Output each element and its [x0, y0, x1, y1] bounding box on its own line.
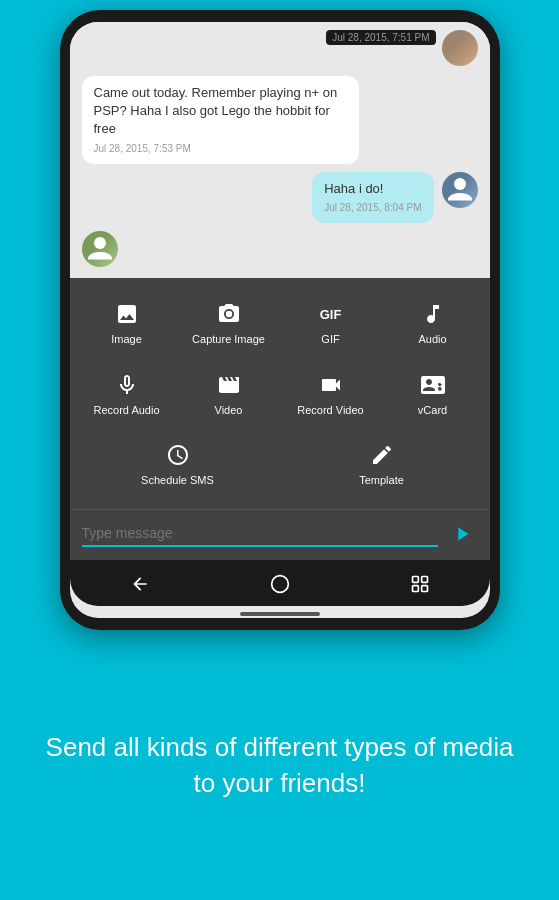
send-button[interactable] — [446, 518, 478, 550]
media-label-video: Video — [215, 404, 243, 417]
media-label-gif: GIF — [321, 333, 339, 346]
phone-outer: Jul 28, 2015, 7:51 PM Came out today. Re… — [60, 10, 500, 630]
mic-icon — [113, 371, 141, 399]
gif-icon: GIF — [317, 300, 345, 328]
audio-icon — [419, 300, 447, 328]
media-item-capture[interactable]: Capture Image — [180, 290, 278, 356]
chat-area: Jul 28, 2015, 7:51 PM Came out today. Re… — [70, 22, 490, 278]
message-input-bar — [70, 509, 490, 560]
media-label-capture: Capture Image — [192, 333, 265, 346]
message-row-partial-bottom — [82, 231, 478, 267]
avatar-contact1 — [442, 30, 478, 66]
schedule-icon — [164, 441, 192, 469]
media-grid-row1: Image Capture Image GIF GIF — [78, 290, 482, 356]
message-row-sent: Haha i do! Jul 28, 2015, 8:04 PM — [82, 172, 478, 223]
svg-point-1 — [94, 237, 106, 249]
media-item-gif[interactable]: GIF GIF — [282, 290, 380, 356]
media-label-record-video: Record Video — [297, 404, 363, 417]
message-input[interactable] — [82, 521, 438, 547]
camera-icon — [215, 300, 243, 328]
media-label-schedule-sms: Schedule SMS — [141, 474, 214, 487]
media-item-schedule-sms[interactable]: Schedule SMS — [78, 431, 278, 497]
media-label-vcard: vCard — [418, 404, 447, 417]
media-label-image: Image — [111, 333, 142, 346]
message-bubble-received: Came out today. Remember playing n+ on P… — [82, 76, 359, 164]
svg-point-0 — [454, 178, 466, 190]
media-item-image[interactable]: Image — [78, 290, 176, 356]
media-label-template: Template — [359, 474, 404, 487]
message-row-received: Came out today. Remember playing n+ on P… — [82, 76, 478, 164]
message-time-1: Jul 28, 2015, 7:51 PM — [326, 30, 435, 45]
media-item-vcard[interactable]: vCard — [384, 361, 482, 427]
svg-rect-6 — [412, 586, 418, 592]
media-picker-panel: Image Capture Image GIF GIF — [70, 278, 490, 509]
svg-rect-4 — [412, 577, 418, 583]
bottom-text-section: Send all kinds of different types of med… — [0, 630, 559, 900]
avatar-contact2 — [82, 231, 118, 267]
message-bubble-sent: Haha i do! Jul 28, 2015, 8:04 PM — [312, 172, 433, 223]
tagline-text: Send all kinds of different types of med… — [40, 729, 519, 802]
phone-screen: Jul 28, 2015, 7:51 PM Came out today. Re… — [70, 22, 490, 618]
svg-point-2 — [225, 311, 231, 317]
home-button[interactable] — [266, 570, 294, 598]
video-icon — [215, 371, 243, 399]
phone-device: Jul 28, 2015, 7:51 PM Came out today. Re… — [60, 10, 500, 630]
message-text-2: Came out today. Remember playing n+ on P… — [94, 84, 347, 139]
videocam-icon — [317, 371, 345, 399]
media-item-record-video[interactable]: Record Video — [282, 361, 380, 427]
vcard-icon — [419, 371, 447, 399]
recents-button[interactable] — [406, 570, 434, 598]
media-item-audio[interactable]: Audio — [384, 290, 482, 356]
message-row-partial-top: Jul 28, 2015, 7:51 PM — [82, 30, 478, 66]
svg-point-3 — [271, 576, 288, 593]
svg-rect-5 — [421, 577, 427, 583]
message-time-3: Jul 28, 2015, 8:04 PM — [324, 201, 421, 215]
avatar-self — [442, 172, 478, 208]
media-item-video[interactable]: Video — [180, 361, 278, 427]
media-grid-row3: Schedule SMS Template — [78, 431, 482, 497]
home-indicator — [240, 612, 320, 616]
media-grid-row2: Record Audio Video Record — [78, 361, 482, 427]
media-label-audio: Audio — [418, 333, 446, 346]
back-button[interactable] — [126, 570, 154, 598]
template-icon — [368, 441, 396, 469]
message-text-3: Haha i do! — [324, 180, 421, 198]
svg-rect-7 — [421, 586, 427, 592]
image-icon — [113, 300, 141, 328]
media-item-record-audio[interactable]: Record Audio — [78, 361, 176, 427]
message-time-2: Jul 28, 2015, 7:53 PM — [94, 142, 347, 156]
media-item-template[interactable]: Template — [282, 431, 482, 497]
navigation-bar — [70, 560, 490, 606]
media-label-record-audio: Record Audio — [93, 404, 159, 417]
